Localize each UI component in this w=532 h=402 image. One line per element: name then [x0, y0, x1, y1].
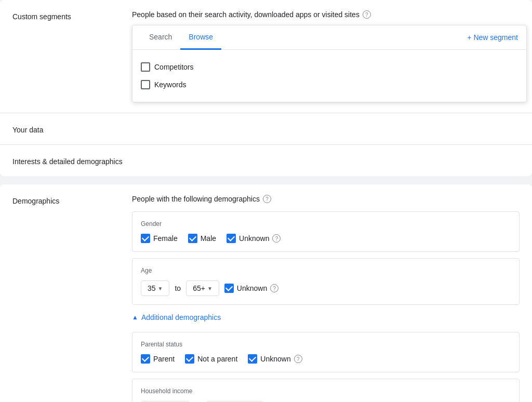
- household-income-title: Household income: [141, 387, 511, 395]
- age-title: Age: [141, 267, 511, 274]
- parental-unknown-help-icon[interactable]: ?: [294, 355, 302, 363]
- demographics-section: Demographics People with the following d…: [0, 184, 532, 402]
- keywords-row: Keywords: [141, 76, 518, 93]
- competitors-checkbox[interactable]: [141, 62, 150, 72]
- female-label: Female: [153, 234, 178, 243]
- parent-label: Parent: [153, 355, 175, 363]
- additional-demographics-toggle[interactable]: ▲ Additional demographics: [132, 311, 520, 324]
- demographics-content: People with the following demographics ?…: [132, 195, 520, 402]
- competitors-row: Competitors: [141, 58, 518, 76]
- custom-segments-help-icon[interactable]: ?: [363, 10, 371, 19]
- keywords-checkbox[interactable]: [141, 80, 150, 89]
- age-to-label: to: [175, 284, 181, 292]
- tabs-header: Search Browse + New segment: [132, 25, 526, 50]
- chevron-up-icon: ▲: [132, 314, 138, 321]
- interests-label: Interests & detailed demographics: [12, 155, 132, 166]
- custom-segments-panel: Search Browse + New segment Competitors …: [132, 25, 527, 102]
- custom-segments-label: Custom segments: [12, 10, 132, 21]
- parental-unknown-label: Unknown: [260, 355, 290, 363]
- parental-status-options: Parent Not a parent Unknown ?: [141, 354, 511, 364]
- age-to-arrow: ▼: [207, 286, 212, 291]
- parental-status-card: Parental status Parent Not a parent U: [132, 332, 520, 372]
- age-from-dropdown[interactable]: 35 ▼: [141, 280, 169, 296]
- parental-unknown-checkbox[interactable]: [248, 354, 257, 364]
- age-to-dropdown[interactable]: 65+ ▼: [186, 280, 219, 296]
- age-card: Age 35 ▼ to 65+ ▼ Unknown: [132, 258, 520, 305]
- age-unknown-help-icon[interactable]: ?: [270, 284, 278, 292]
- parental-unknown-option[interactable]: Unknown ?: [248, 354, 302, 364]
- parent-option[interactable]: Parent: [141, 354, 175, 364]
- demographics-label: Demographics: [12, 195, 132, 205]
- age-unknown-checkbox[interactable]: [224, 284, 234, 293]
- tabs-body: Competitors Keywords: [132, 50, 526, 102]
- age-from-arrow: ▼: [158, 286, 163, 291]
- demographics-title: People with the following demographics: [132, 195, 260, 203]
- not-a-parent-checkbox[interactable]: [185, 354, 194, 364]
- custom-segments-description: People based on their search activity, d…: [132, 10, 360, 19]
- your-data-label: Your data: [12, 124, 132, 134]
- tab-search[interactable]: Search: [141, 25, 180, 50]
- not-a-parent-option[interactable]: Not a parent: [185, 354, 237, 364]
- household-income-card: Household income Top 10% ▼ to Lower 50% …: [132, 379, 520, 402]
- female-option[interactable]: Female: [141, 234, 178, 243]
- competitors-label: Competitors: [154, 63, 193, 71]
- additional-demographics-label: Additional demographics: [141, 313, 221, 321]
- gender-unknown-checkbox[interactable]: [227, 234, 236, 243]
- male-option[interactable]: Male: [188, 234, 216, 243]
- gender-unknown-help-icon[interactable]: ?: [272, 234, 281, 243]
- demographics-help-icon[interactable]: ?: [263, 195, 271, 203]
- gender-unknown-label: Unknown: [239, 234, 269, 243]
- gender-options: Female Male Unknown ?: [141, 234, 511, 243]
- parental-status-title: Parental status: [141, 341, 511, 348]
- new-segment-button[interactable]: + New segment: [467, 26, 518, 49]
- gender-title: Gender: [141, 220, 511, 227]
- keywords-label: Keywords: [154, 81, 186, 89]
- interests-row: Interests & detailed demographics: [0, 145, 532, 176]
- not-a-parent-label: Not a parent: [197, 355, 237, 363]
- age-row: 35 ▼ to 65+ ▼ Unknown ?: [141, 280, 511, 296]
- age-unknown-option[interactable]: Unknown ?: [224, 284, 278, 293]
- male-label: Male: [201, 234, 216, 243]
- female-checkbox[interactable]: [141, 234, 150, 243]
- gender-unknown-option[interactable]: Unknown ?: [227, 234, 281, 243]
- age-from-value: 35: [148, 284, 156, 292]
- age-to-value: 65+: [193, 284, 205, 292]
- male-checkbox[interactable]: [188, 234, 197, 243]
- parent-checkbox[interactable]: [141, 354, 150, 364]
- your-data-row: Your data: [0, 113, 532, 145]
- tab-browse[interactable]: Browse: [180, 25, 221, 50]
- age-unknown-label: Unknown: [237, 284, 267, 292]
- gender-card: Gender Female Male Unknown: [132, 211, 520, 252]
